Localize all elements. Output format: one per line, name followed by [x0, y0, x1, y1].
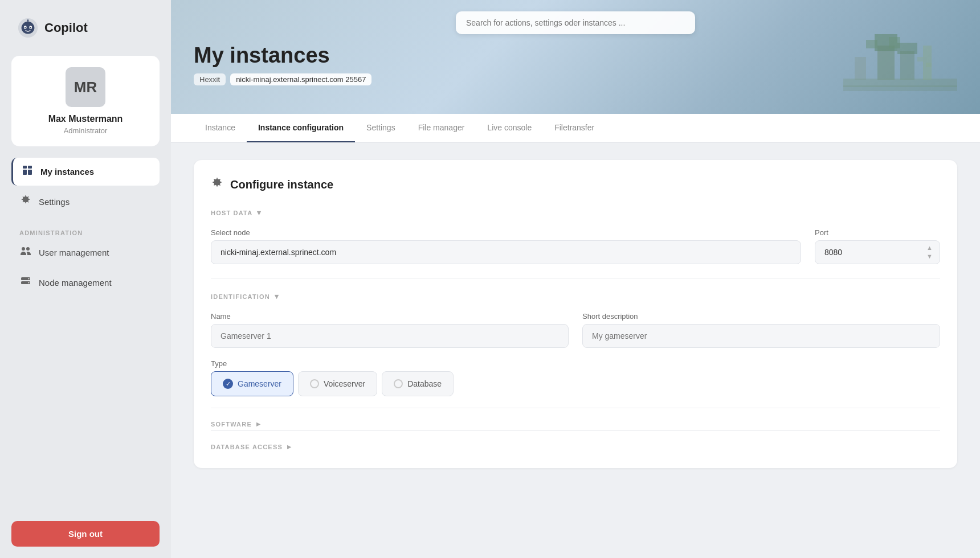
sidebar-item-user-management[interactable]: User management: [11, 239, 160, 266]
tabs-bar: Instance Instance configuration Settings…: [171, 114, 980, 143]
type-option-voiceserver[interactable]: Voiceserver: [298, 371, 377, 396]
users-icon: [19, 245, 32, 260]
gameserver-check-icon: ✓: [223, 379, 233, 389]
svg-point-7: [27, 19, 29, 21]
name-input[interactable]: [211, 324, 569, 348]
short-desc-input[interactable]: [582, 324, 940, 348]
svg-rect-27: [926, 63, 932, 67]
configure-gear-icon: [211, 177, 223, 192]
sidebar-item-my-instances[interactable]: My instances: [11, 158, 160, 186]
gear-icon: [19, 195, 32, 209]
signout-button[interactable]: Sign out: [11, 521, 160, 547]
section-divider-1: [211, 278, 940, 278]
type-option-gameserver[interactable]: ✓ Gameserver: [211, 371, 293, 396]
tab-live-console[interactable]: Live console: [476, 114, 543, 142]
tab-instance[interactable]: Instance: [194, 114, 247, 142]
port-input[interactable]: [815, 241, 920, 264]
host-data-section-label[interactable]: HOST DATA ▾: [211, 208, 940, 217]
database-radio: [394, 379, 403, 388]
port-input-container: ▲ ▼: [815, 240, 940, 264]
logo-area: Copilot: [11, 17, 160, 39]
chevron-down-icon: ▾: [257, 208, 262, 217]
admin-section-label: Administration: [11, 225, 160, 239]
configure-card: Configure instance HOST DATA ▾ Select no…: [194, 160, 957, 468]
svg-rect-9: [28, 166, 32, 169]
avatar: MR: [66, 67, 105, 107]
select-node-group: Select node: [211, 228, 801, 264]
identification-form-row-1: Name Short description: [211, 312, 940, 348]
type-group-container: Type ✓ Gameserver Voiceserver: [211, 359, 940, 396]
user-profile-card: MR Max Mustermann Administrator: [11, 56, 160, 146]
select-node-label: Select node: [211, 228, 801, 237]
svg-rect-20: [900, 51, 914, 80]
copilot-logo-icon: [17, 17, 39, 39]
database-access-section-label[interactable]: DATABASE ACCESS ▸: [211, 442, 940, 451]
hero-title-area: My instances Hexxit nicki-minaj.external…: [194, 43, 371, 85]
sidebar-item-node-management[interactable]: Node management: [11, 269, 160, 297]
svg-rect-11: [28, 170, 32, 175]
content-area: Configure instance HOST DATA ▾ Select no…: [171, 143, 980, 558]
configure-title: Configure instance: [230, 178, 333, 191]
breadcrumb-server[interactable]: nicki-minaj.external.sprinect.com 25567: [230, 73, 371, 85]
svg-rect-21: [897, 43, 917, 54]
tab-instance-configuration[interactable]: Instance configuration: [247, 114, 355, 142]
port-decrement-button[interactable]: ▼: [924, 253, 935, 260]
tab-file-manager[interactable]: File manager: [407, 114, 476, 142]
name-label: Name: [211, 312, 569, 321]
name-group: Name: [211, 312, 569, 348]
svg-rect-10: [23, 170, 27, 175]
grid-icon: [21, 165, 34, 179]
server-icon: [19, 276, 32, 290]
svg-point-14: [28, 278, 30, 280]
port-group: Port ▲ ▼: [815, 228, 940, 264]
svg-rect-18: [866, 40, 877, 48]
sidebar: Copilot MR Max Mustermann Administrator …: [0, 0, 171, 558]
main-nav: My instances Settings: [11, 158, 160, 216]
identification-form-row-2: Type ✓ Gameserver Voiceserver: [211, 359, 940, 396]
sidebar-item-label-my-instances: My instances: [40, 167, 94, 177]
short-desc-label: Short description: [582, 312, 940, 321]
port-increment-button[interactable]: ▲: [924, 244, 935, 252]
svg-rect-8: [23, 166, 27, 169]
user-role: Administrator: [64, 126, 108, 135]
type-option-database[interactable]: Database: [382, 371, 454, 396]
chevron-right-icon-software: ▸: [256, 420, 261, 428]
configure-header: Configure instance: [211, 177, 940, 192]
admin-nav: User management Node management: [11, 239, 160, 297]
hero-decoration: [798, 11, 957, 114]
search-input[interactable]: [456, 11, 695, 34]
identification-section-label[interactable]: IDENTIFICATION ▾: [211, 292, 940, 301]
svg-rect-24: [843, 85, 957, 91]
select-node-input[interactable]: [211, 240, 801, 264]
chevron-down-icon-2: ▾: [275, 292, 279, 301]
breadcrumb-hexxit[interactable]: Hexxit: [194, 73, 226, 85]
user-name: Max Mustermann: [48, 114, 123, 124]
voiceserver-radio: [310, 379, 319, 388]
port-arrows: ▲ ▼: [920, 242, 940, 262]
host-data-form-row: Select node Port ▲ ▼: [211, 228, 940, 264]
tab-filetransfer[interactable]: Filetransfer: [543, 114, 606, 142]
chevron-right-icon-database: ▸: [287, 442, 292, 451]
sidebar-item-label-settings: Settings: [39, 197, 70, 207]
sidebar-item-settings[interactable]: Settings: [11, 188, 160, 216]
svg-point-15: [28, 282, 30, 284]
svg-rect-22: [855, 57, 866, 80]
sidebar-item-label-user-management: User management: [39, 248, 109, 257]
software-section-label[interactable]: SOFTWARE ▸: [211, 420, 940, 428]
tab-settings[interactable]: Settings: [355, 114, 407, 142]
database-access-section: DATABASE ACCESS ▸: [211, 430, 940, 451]
breadcrumb: Hexxit nicki-minaj.external.sprinect.com…: [194, 73, 371, 85]
type-options: ✓ Gameserver Voiceserver Database: [211, 371, 940, 396]
svg-point-5: [30, 27, 31, 28]
type-label: Type: [211, 359, 940, 368]
hero-area: My instances Hexxit nicki-minaj.external…: [171, 0, 980, 114]
software-section: SOFTWARE ▸: [211, 408, 940, 428]
short-desc-group: Short description: [582, 312, 940, 348]
main-content: My instances Hexxit nicki-minaj.external…: [171, 0, 980, 558]
port-label: Port: [815, 228, 940, 237]
logo-text: Copilot: [44, 20, 88, 35]
page-title: My instances: [194, 43, 371, 68]
search-area: [456, 11, 695, 34]
sidebar-item-label-node-management: Node management: [39, 278, 112, 288]
svg-rect-26: [917, 57, 923, 61]
